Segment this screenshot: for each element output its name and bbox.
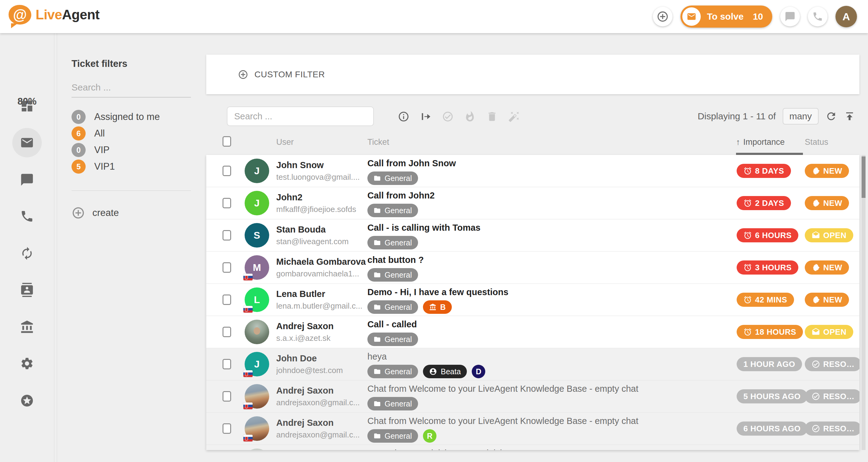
row-checkbox[interactable] <box>222 262 231 273</box>
ticket-row[interactable]: J John Snow test.luongova@gmail.... Call… <box>206 155 859 187</box>
agent-tag[interactable]: Beata <box>423 365 467 378</box>
department-tag[interactable]: General <box>367 268 418 282</box>
department-tag[interactable]: General <box>367 300 418 314</box>
calls-button[interactable] <box>808 7 828 26</box>
company-tag[interactable]: B <box>423 300 452 314</box>
to-solve-button[interactable]: To solve 10 <box>680 5 772 28</box>
department-tag[interactable]: General <box>367 365 418 378</box>
user-name: Stan Bouda <box>276 225 326 235</box>
ticket-row[interactable]: Andrej Saxon Manualy created ticket Inte… <box>206 445 859 450</box>
filter-item-vip1[interactable]: 5 VIP1 <box>71 158 200 175</box>
ticket-row[interactable]: J John2 mfkaflf@jfioejioe.sofds Call fro… <box>206 187 859 219</box>
logo-text-agent: Agent <box>62 7 99 22</box>
ticket-row[interactable]: J John Doe johndoe@test.com heya General… <box>206 348 859 381</box>
ticket-row[interactable]: L Lena Butler lena.m.butler@gmail.c... D… <box>206 284 859 316</box>
refresh-icon[interactable] <box>825 110 837 122</box>
row-checkbox[interactable] <box>222 198 231 208</box>
scroll-top-icon <box>844 110 856 122</box>
alarm-icon <box>743 167 752 175</box>
chats-button[interactable] <box>780 7 800 26</box>
row-checkbox[interactable] <box>222 230 231 240</box>
sidebar-item-phone[interactable] <box>0 202 54 231</box>
topbar-actions: To solve 10 A <box>653 0 857 33</box>
paging-total: many <box>783 108 818 125</box>
user-avatar: J <box>245 352 269 376</box>
user-email: mfkaflf@jfioejioe.sofds <box>276 205 356 214</box>
department-tag[interactable]: General <box>367 397 418 410</box>
toolbar-check-circle-button[interactable] <box>442 110 454 123</box>
custom-filter-label: CUSTOM FILTER <box>254 70 325 79</box>
list-scrollbar-thumb[interactable] <box>862 157 866 198</box>
ticket-table: J John Snow test.luongova@gmail.... Call… <box>206 155 859 450</box>
sidebar-item-mail[interactable] <box>0 128 54 157</box>
user-name: Andrej Saxon <box>276 386 334 396</box>
logo-text-live: Live <box>36 7 62 22</box>
row-checkbox[interactable] <box>222 295 231 305</box>
user-email: stan@liveagent.com <box>276 237 349 246</box>
department-tag[interactable]: General <box>367 429 418 443</box>
add-button[interactable] <box>653 7 673 26</box>
ticket-search-input[interactable] <box>227 106 374 126</box>
star-circle-icon <box>20 394 34 408</box>
ticket-row[interactable]: Andrej Saxon andrejsaxon@gmail.c... Chat… <box>206 412 859 445</box>
label-tag[interactable]: R <box>423 429 436 443</box>
filters-search-input[interactable] <box>71 79 191 98</box>
importance-badge: 1 HOUR AGO <box>737 357 802 371</box>
column-importance[interactable]: ↑ Importance <box>736 137 785 147</box>
user-name: Andrej Saxon <box>276 321 334 331</box>
toolbar-flame-button[interactable] <box>464 110 476 123</box>
column-ticket[interactable]: Ticket <box>367 137 389 147</box>
department-tag[interactable]: General <box>367 333 418 346</box>
sidebar-item-dashboard[interactable] <box>0 91 54 121</box>
column-user[interactable]: User <box>276 137 294 147</box>
filter-item-vip[interactable]: 0 VIP <box>71 142 200 158</box>
ticket-tags: General <box>367 268 418 282</box>
toolbar-trash-button[interactable] <box>486 110 498 123</box>
column-status[interactable]: Status <box>805 137 828 147</box>
ticket-tags: GeneralB <box>367 300 452 314</box>
label-tag[interactable]: D <box>472 365 485 378</box>
plus-circle-icon <box>71 206 85 220</box>
scroll-top-icon[interactable] <box>844 110 856 122</box>
status-badge: NEW <box>805 260 849 274</box>
filter-item-all[interactable]: 6 All <box>71 125 200 142</box>
row-checkbox[interactable] <box>222 327 231 337</box>
status-badge: NEW <box>805 293 849 307</box>
toolbar-info-button[interactable] <box>398 110 410 123</box>
filter-item-assigned-to-me[interactable]: 0 Assigned to me <box>71 109 200 125</box>
department-tag[interactable]: General <box>367 204 418 217</box>
select-all-checkbox[interactable] <box>222 136 231 146</box>
sidebar-item-autorenew[interactable] <box>0 239 54 268</box>
row-checkbox[interactable] <box>222 423 231 434</box>
dashboard-icon <box>20 99 34 113</box>
user-name: Lena Butler <box>276 289 326 299</box>
toolbar-forward-button[interactable] <box>420 110 432 123</box>
sidebar-item-star-circle[interactable] <box>0 386 54 416</box>
sidebar-item-gear[interactable] <box>0 349 54 378</box>
phone-icon <box>20 209 34 223</box>
ticket-subject: Call from John Snow <box>367 158 456 168</box>
list-scrollbar-track[interactable] <box>862 155 866 450</box>
bank-icon <box>20 320 34 334</box>
department-tag[interactable]: General <box>367 171 418 185</box>
sidebar-item-bank[interactable] <box>0 312 54 342</box>
custom-filter-button[interactable]: CUSTOM FILTER <box>238 69 325 80</box>
filter-label: All <box>94 128 105 139</box>
department-tag[interactable]: General <box>367 236 418 250</box>
row-checkbox[interactable] <box>222 166 231 176</box>
phone-icon <box>812 11 823 22</box>
ticket-row[interactable]: S Stan Bouda stan@liveagent.com Call - i… <box>206 219 859 252</box>
ticket-row[interactable]: Andrej Saxon andrejsaxon@gmail.c... Chat… <box>206 381 859 412</box>
sidebar-item-chat[interactable] <box>0 165 54 195</box>
toolbar-wand-button[interactable] <box>508 110 520 123</box>
importance-badge: 42 MINS <box>737 293 794 307</box>
row-checkbox[interactable] <box>222 391 231 402</box>
agent-avatar[interactable]: A <box>835 6 857 27</box>
create-filter-button[interactable]: create <box>71 206 119 220</box>
row-checkbox[interactable] <box>222 359 231 369</box>
ticket-subject: Chat from Welcome to your LiveAgent Know… <box>367 384 639 394</box>
to-solve-count: 10 <box>753 11 763 22</box>
ticket-row[interactable]: Andrej Saxon s.a.x.i@azet.sk Call - call… <box>206 316 859 348</box>
ticket-row[interactable]: M Michaela Gombarova gombarovamichaela1.… <box>206 252 859 284</box>
sidebar-item-contacts[interactable] <box>0 275 54 305</box>
